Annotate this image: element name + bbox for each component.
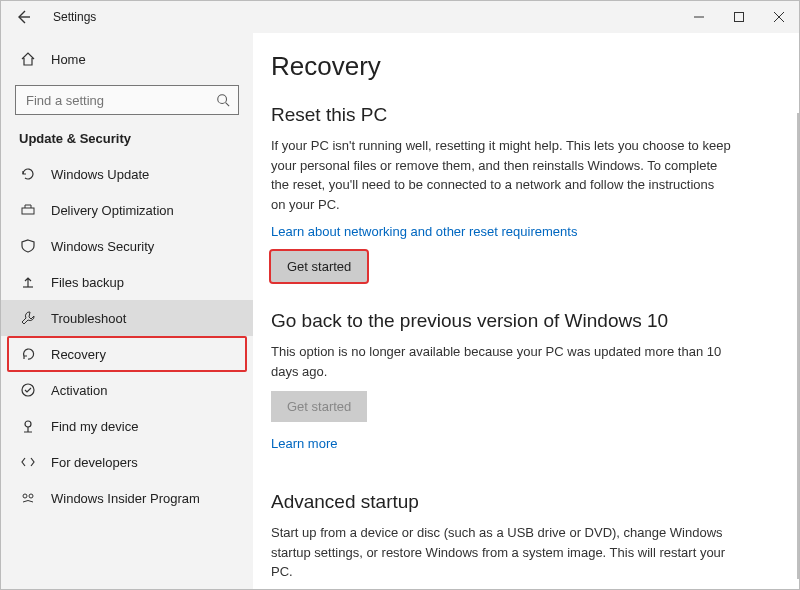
page-title: Recovery: [271, 51, 771, 82]
sidebar-item-for-developers[interactable]: For developers: [1, 444, 253, 480]
main-content: Recovery Reset this PC If your PC isn't …: [253, 33, 799, 589]
sidebar-item-windows-update[interactable]: Windows Update: [1, 156, 253, 192]
close-button[interactable]: [759, 1, 799, 33]
back-button[interactable]: [9, 3, 37, 31]
location-icon: [19, 417, 37, 435]
sidebar-item-insider-program[interactable]: Windows Insider Program: [1, 480, 253, 516]
check-circle-icon: [19, 381, 37, 399]
window-controls: [679, 1, 799, 33]
svg-point-1: [218, 95, 227, 104]
advanced-heading: Advanced startup: [271, 491, 731, 513]
reset-description: If your PC isn't running well, resetting…: [271, 136, 731, 214]
reset-learn-link[interactable]: Learn about networking and other reset r…: [271, 224, 577, 239]
search-input[interactable]: [24, 92, 216, 109]
goback-learn-more-link[interactable]: Learn more: [271, 436, 337, 451]
sidebar-category: Update & Security: [1, 127, 253, 156]
sidebar-item-label: Activation: [51, 383, 107, 398]
recovery-icon: [19, 345, 37, 363]
insider-icon: [19, 489, 37, 507]
reset-heading: Reset this PC: [271, 104, 731, 126]
window-title: Settings: [53, 10, 96, 24]
back-arrow-icon: [15, 9, 31, 25]
section-advanced-startup: Advanced startup Start up from a device …: [271, 491, 731, 589]
goback-get-started-button: Get started: [271, 391, 367, 422]
backup-icon: [19, 273, 37, 291]
shield-icon: [19, 237, 37, 255]
close-icon: [774, 12, 784, 22]
svg-point-3: [22, 384, 34, 396]
goback-heading: Go back to the previous version of Windo…: [271, 310, 731, 332]
sync-icon: [19, 165, 37, 183]
reset-get-started-button[interactable]: Get started: [271, 251, 367, 282]
section-reset-pc: Reset this PC If your PC isn't running w…: [271, 104, 731, 282]
search-box[interactable]: [15, 85, 239, 115]
minimize-button[interactable]: [679, 1, 719, 33]
sidebar-item-delivery-optimization[interactable]: Delivery Optimization: [1, 192, 253, 228]
delivery-icon: [19, 201, 37, 219]
sidebar-item-label: Windows Update: [51, 167, 149, 182]
sidebar: Home Update & Security Windows Update De…: [1, 33, 253, 589]
sidebar-item-label: Files backup: [51, 275, 124, 290]
sidebar-item-troubleshoot[interactable]: Troubleshoot: [1, 300, 253, 336]
titlebar: Settings: [1, 1, 799, 33]
sidebar-item-activation[interactable]: Activation: [1, 372, 253, 408]
sidebar-item-label: Windows Insider Program: [51, 491, 200, 506]
sidebar-item-label: Delivery Optimization: [51, 203, 174, 218]
search-icon: [216, 93, 230, 107]
sidebar-item-label: Windows Security: [51, 239, 154, 254]
scrollbar[interactable]: [797, 113, 799, 579]
svg-rect-0: [735, 13, 744, 22]
maximize-icon: [734, 12, 744, 22]
sidebar-item-label: Find my device: [51, 419, 138, 434]
svg-point-6: [29, 494, 33, 498]
sidebar-home[interactable]: Home: [1, 41, 253, 77]
code-icon: [19, 453, 37, 471]
sidebar-home-label: Home: [51, 52, 86, 67]
sidebar-item-label: Recovery: [51, 347, 106, 362]
svg-point-4: [25, 421, 31, 427]
sidebar-item-recovery[interactable]: Recovery: [7, 336, 247, 372]
sidebar-item-find-my-device[interactable]: Find my device: [1, 408, 253, 444]
wrench-icon: [19, 309, 37, 327]
svg-rect-2: [22, 208, 34, 214]
section-go-back: Go back to the previous version of Windo…: [271, 310, 731, 463]
sidebar-item-windows-security[interactable]: Windows Security: [1, 228, 253, 264]
minimize-icon: [694, 12, 704, 22]
goback-description: This option is no longer available becau…: [271, 342, 731, 381]
home-icon: [19, 50, 37, 68]
svg-point-5: [23, 494, 27, 498]
sidebar-item-label: Troubleshoot: [51, 311, 126, 326]
sidebar-item-label: For developers: [51, 455, 138, 470]
advanced-description: Start up from a device or disc (such as …: [271, 523, 731, 582]
maximize-button[interactable]: [719, 1, 759, 33]
sidebar-item-backup[interactable]: Files backup: [1, 264, 253, 300]
settings-window: Settings Home: [0, 0, 800, 590]
